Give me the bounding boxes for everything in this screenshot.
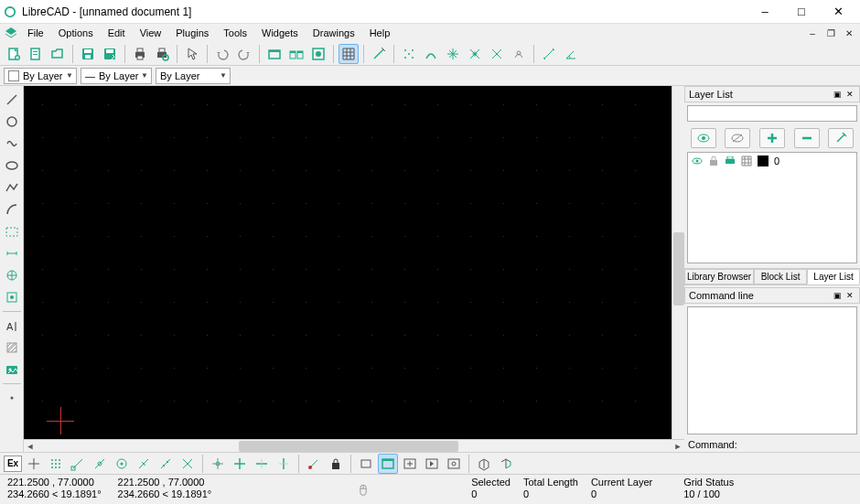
grid-toggle-button[interactable] [339,44,359,64]
line-type-combo[interactable]: By Layer ▼ [156,68,231,84]
vertical-scrollbar[interactable] [672,86,684,439]
menu-options[interactable]: Options [51,26,101,40]
float-panel-button[interactable]: ▣ [832,89,843,100]
text-tool[interactable]: A [2,316,22,336]
remove-layer-button[interactable] [794,128,820,148]
line-color-combo[interactable]: By Layer ▼ [4,68,77,84]
open-button[interactable] [48,44,68,64]
cursor-button[interactable] [182,44,202,64]
add-layer-button[interactable] [759,128,785,148]
close-panel-button[interactable]: ✕ [844,290,855,301]
print-preview-button[interactable] [152,44,172,64]
line-tool[interactable] [2,90,22,110]
curve-tool[interactable] [2,134,22,154]
layer-row[interactable]: 0 [688,153,856,169]
snap-middle-button[interactable] [487,44,507,64]
snap-endpoint-button[interactable] [421,44,441,64]
new-template-button[interactable] [26,44,46,64]
print-icon[interactable] [725,155,736,166]
ellipse-tool[interactable] [2,155,22,176]
restrict-vertical-button[interactable] [274,454,294,474]
construction-icon[interactable] [741,155,752,166]
menu-drawings[interactable]: Drawings [306,26,362,40]
show-all-layers-button[interactable] [691,128,716,148]
zoom-pan-button[interactable] [400,454,420,474]
restrict-horizontal-button[interactable] [252,454,272,474]
hide-all-layers-button[interactable] [725,128,750,148]
snap-grid-button[interactable] [399,44,419,64]
point-tool[interactable] [2,388,22,408]
snap-grid2-button[interactable] [46,454,66,474]
menu-tools[interactable]: Tools [216,26,254,40]
visible-icon[interactable] [692,155,703,166]
save-as-button[interactable] [100,44,120,64]
float-panel-button[interactable]: ▣ [832,290,843,301]
snap-center2-button[interactable] [112,454,132,474]
command-history[interactable] [687,306,857,434]
isometric-right-button[interactable] [496,454,516,474]
mdi-restore-button[interactable]: ❐ [822,26,839,40]
image-tool[interactable] [2,359,22,380]
menu-file[interactable]: File [20,26,51,40]
zoom-redraw-button[interactable] [444,454,464,474]
maximize-button[interactable]: □ [783,1,820,23]
close-panel-button[interactable]: ✕ [844,89,855,100]
zoom-previous-button[interactable] [422,454,442,474]
hatch-tool[interactable] [2,338,22,358]
exclusive-snap-button[interactable]: Ex [4,456,22,472]
menu-help[interactable]: Help [362,26,398,40]
polyline-tool[interactable] [2,177,22,198]
tab-library-browser[interactable]: Library Browser [684,269,754,284]
mdi-minimize-button[interactable]: – [804,26,821,40]
redo-button[interactable] [234,44,254,64]
snap-intersection-button[interactable] [465,44,485,64]
snap-onentity-button[interactable] [90,454,110,474]
snap-distance-button[interactable] [156,454,176,474]
edit-geometry-button[interactable] [369,44,389,64]
dimension-tool[interactable] [2,243,22,263]
isometric-left-button[interactable] [474,454,494,474]
layer-color-swatch[interactable] [758,155,769,166]
restrict-orthogonal-button[interactable] [230,454,250,474]
zoom-auto-button[interactable] [356,454,376,474]
undo-button[interactable] [212,44,232,64]
menu-widgets[interactable]: Widgets [254,26,306,40]
print-button[interactable] [130,44,150,64]
select-tool[interactable] [2,221,22,241]
relative-zero-button[interactable] [304,454,324,474]
snap-free-button[interactable] [24,454,44,474]
snap-intersection2-button[interactable] [177,454,198,474]
menu-plugins[interactable]: Plugins [168,26,216,40]
minimize-button[interactable]: – [747,1,783,23]
mdi-icon[interactable] [4,26,18,40]
menu-edit[interactable]: Edit [101,26,133,40]
horizontal-scrollbar[interactable]: ◄► [24,439,684,452]
lock-icon[interactable] [708,155,719,166]
drawing-canvas[interactable] [24,86,672,439]
snap-perpendicular-button[interactable] [509,44,529,64]
tab-block-list[interactable]: Block List [754,269,807,284]
line-width-combo[interactable]: — By Layer ▼ [81,68,152,84]
menu-view[interactable]: View [133,26,169,40]
arc-tool[interactable] [2,199,22,220]
circle-tool[interactable] [2,112,22,132]
tab-layer-list[interactable]: Layer List [807,269,860,284]
snap-middle2-button[interactable] [134,454,154,474]
measure-distance-button[interactable] [539,44,559,64]
restrict-nothing-button[interactable] [208,454,228,474]
fullscreen-button[interactable] [264,44,285,64]
save-button[interactable] [78,44,98,64]
tab-view-button[interactable] [286,44,306,64]
edit-layer-button[interactable] [828,128,854,148]
new-button[interactable] [4,44,24,64]
snap-endpoint2-button[interactable] [68,454,88,474]
mdi-close-button[interactable]: ✕ [841,26,857,40]
layer-filter-input[interactable] [687,105,857,122]
snap-center-button[interactable] [443,44,463,64]
modify-tool[interactable] [2,265,22,285]
info-tool[interactable] [2,287,22,307]
zoom-window-button[interactable] [378,454,398,474]
close-button[interactable]: ✕ [820,1,856,23]
layer-list[interactable]: 0 [687,152,857,263]
lock-relative-zero-button[interactable] [326,454,346,474]
